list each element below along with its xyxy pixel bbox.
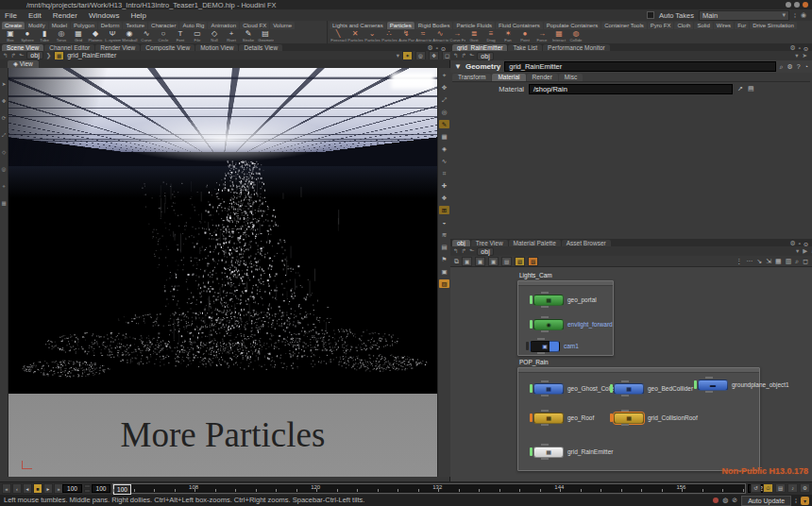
shelf-tool-metaball[interactable]: ◉Metaball [121, 29, 138, 43]
pane-tab-scene-view[interactable]: Scene View [2, 44, 43, 51]
node-flag[interactable] [694, 380, 697, 389]
material-param-input[interactable]: /shop/Rain [529, 84, 733, 94]
shelf-tool-collide[interactable]: ◍Collide [567, 29, 584, 43]
shelf-tab-deform[interactable]: Deform [98, 22, 123, 29]
loop-icon[interactable]: ↺ [751, 483, 761, 493]
pane-tab-grid-rainemitter[interactable]: grid_RainEmitter [452, 44, 507, 51]
shelf-tab-particle-fluids[interactable]: Particle Fluids [453, 22, 495, 29]
snap-icon[interactable]: ⌖ [2, 183, 5, 189]
menu-edit[interactable]: Edit [27, 11, 42, 20]
pane-tab-render-view[interactable]: Render View [95, 44, 140, 51]
shelf-tab-lights-and-cameras[interactable]: Lights and Cameras [330, 22, 386, 29]
network-node-grid-collisionroof[interactable]: ▦grid_CollisionRoof [610, 413, 698, 423]
node-chooser-icon[interactable]: ↗ [737, 85, 743, 93]
shelf-tab-modify[interactable]: Modify [25, 22, 48, 29]
node-flag[interactable] [530, 320, 533, 329]
param-tab-material[interactable]: Material [492, 74, 525, 81]
forward-arrow-icon[interactable]: ↱ [461, 52, 465, 59]
shelf-tab-animation[interactable]: Animation [208, 22, 239, 29]
viewport-tool-icon[interactable]: ▤ [439, 243, 449, 251]
node-flag[interactable] [530, 447, 533, 456]
network-box-label[interactable]: POP_Rain [519, 359, 549, 365]
shelf-tool-geometry[interactable]: ▤Geometry... [257, 29, 274, 43]
shape-palette-icon[interactable]: ▧ [528, 257, 538, 266]
network-canvas[interactable]: Lights_Cam ▦geo_portal◉envlight_forward▣… [450, 267, 812, 481]
pose-icon[interactable]: ✥ [429, 51, 439, 60]
network-node-geo-roof[interactable]: ▦geo_Roof [530, 413, 594, 423]
node-body[interactable]: ▣ [530, 341, 560, 352]
breadcrumb-root[interactable]: obj [26, 51, 42, 59]
network-box-label[interactable]: Lights_Cam [519, 272, 552, 278]
up-level-icon[interactable]: ⬑ [469, 52, 474, 59]
shelf-tab-cloud-fx[interactable]: Cloud FX [240, 22, 269, 29]
viewport-tool-icon[interactable]: ⚑ [439, 255, 449, 263]
pin-icon[interactable]: ✦ [402, 51, 413, 60]
viewport-tool-icon[interactable]: ❖ [439, 194, 449, 202]
node-flag[interactable] [526, 342, 529, 350]
dope-icon[interactable]: ▤ [775, 483, 786, 493]
interrupt-icon[interactable]: ⊘ [732, 497, 737, 504]
shelf-tab-fluid-containers[interactable]: Fluid Containers [496, 22, 543, 29]
shelf-tool-auto-paren[interactable]: ↯Auto Paren... [398, 29, 414, 43]
network-box-pop-rain[interactable]: ▦geo_Ghost_Collision▦geo_BedCollider▬gro… [517, 367, 760, 471]
gear-icon[interactable]: ⚙ [787, 63, 793, 71]
minimize-button[interactable] [786, 2, 791, 8]
shelf-tab-solid[interactable]: Solid [694, 22, 712, 29]
viewport-tool-icon[interactable]: ⌖ [439, 71, 449, 79]
back-arrow-icon[interactable]: ↰ [3, 52, 8, 59]
shelf-tool-point[interactable]: ●Point [516, 29, 533, 43]
grid-snap-icon[interactable]: ▦ [775, 258, 782, 265]
shelf-tool-particles-f[interactable]: ∴Particles f... [381, 29, 398, 43]
network-node-geo-bedcollider[interactable]: ▦geo_BedCollider [610, 383, 693, 394]
pane-tab-obj[interactable]: obj [452, 240, 470, 246]
node-body[interactable]: ▦ [533, 383, 564, 395]
shelf-tool-stroke[interactable]: ✎Stroke [240, 29, 257, 43]
node-body[interactable]: ▬ [698, 380, 728, 391]
forward-arrow-icon[interactable]: ↱ [461, 247, 465, 255]
viewport-tool-icon[interactable]: ◎ [439, 108, 449, 116]
shelf-tool-gust[interactable]: ≣Gust [465, 29, 482, 43]
shelf-tab-auto-rig[interactable]: Auto Rig [179, 22, 207, 29]
globe-icon[interactable]: ◔ [804, 63, 808, 70]
viewport-tool-icon[interactable]: ⌗ [439, 169, 449, 177]
shelf-tab-container-tools[interactable]: Container Tools [601, 22, 647, 29]
arrange-icon[interactable]: ↘ [756, 258, 762, 265]
param-tab-render[interactable]: Render [527, 74, 558, 81]
search-icon[interactable]: ⌕ [795, 258, 799, 265]
pane-tab-material-palette[interactable]: Material Palette [509, 240, 561, 246]
viewport-tool-icon[interactable]: ▦ [439, 132, 449, 141]
shelf-tool-interact[interactable]: ▦Interact [550, 29, 567, 43]
viewport-tool-icon[interactable]: ✎ [439, 120, 449, 128]
chevron-down-icon[interactable]: ▾ [397, 52, 399, 59]
shelf-tab-particles[interactable]: Particles [387, 22, 414, 29]
shelf-tool-null[interactable]: ◇Null [206, 29, 223, 43]
snap-icon[interactable]: ◎ [415, 51, 426, 60]
network-box-lights-cam[interactable]: ▦geo_portal◉envlight_forward▣cam1 [517, 280, 614, 356]
pane-tab-motion-view[interactable]: Motion View [195, 44, 238, 51]
node-body[interactable]: ▦ [533, 295, 564, 306]
shelf-tab-polygon[interactable]: Polygon [71, 22, 97, 29]
shelf-tool-fan[interactable]: ✶Fan [499, 29, 516, 43]
network-node-geo-portal[interactable]: ▦geo_portal [530, 295, 597, 305]
take-selector[interactable]: Main ▾ [699, 10, 789, 21]
shelf-tab-rigid-bodies[interactable]: Rigid Bodies [415, 22, 453, 29]
param-tab-misc[interactable]: Misc [559, 74, 583, 81]
grid-icon[interactable]: ▦ [1, 200, 6, 206]
pane-tab-take-list[interactable]: Take List [508, 44, 542, 51]
shelf-tool-sphere[interactable]: ●Sphere [19, 29, 36, 43]
play-icon[interactable]: ▶ [803, 247, 807, 255]
scale-icon[interactable]: ⤢ [2, 132, 6, 138]
stop-button[interactable]: ■ [33, 483, 42, 494]
link-icon[interactable]: ⧉ [454, 258, 459, 265]
timeline-ruler[interactable]: 100 108120132144156 [112, 483, 746, 494]
viewport-tool-icon[interactable]: ⊞ [439, 206, 449, 214]
shelf-tab-pyro-fx[interactable]: Pyro FX [648, 22, 674, 29]
breadcrumb-node[interactable]: grid_RainEmitter [67, 52, 116, 59]
pane-tab-tree-view[interactable]: Tree View [471, 240, 508, 246]
pin-icon[interactable]: ➤ [803, 52, 807, 59]
node-body[interactable]: ▦ [614, 383, 644, 395]
range-start-field[interactable]: 100 [92, 484, 110, 493]
play-button[interactable]: ▸ [43, 483, 53, 494]
frame-all-icon[interactable]: ◻ [803, 258, 808, 265]
expand-icon[interactable]: ⇲ [766, 258, 771, 265]
